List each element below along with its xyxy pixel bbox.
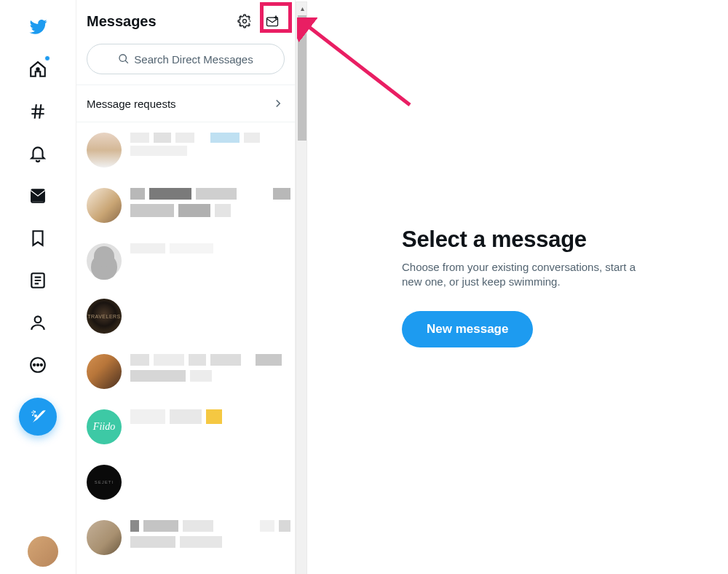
nav-rail — [0, 0, 76, 574]
conversation-preview — [130, 520, 290, 555]
lists-icon[interactable] — [20, 262, 56, 299]
main-subtitle: Choose from your existing conversations,… — [402, 260, 649, 290]
svg-point-5 — [37, 364, 39, 366]
conversation-preview — [130, 299, 285, 334]
messages-header: Messages — [76, 0, 295, 41]
avatar: Fiido — [87, 409, 122, 444]
message-requests[interactable]: Message requests — [76, 84, 295, 122]
avatar — [87, 243, 122, 278]
compose-tweet-button[interactable] — [19, 398, 57, 436]
avatar — [87, 133, 122, 168]
scrollbar[interactable]: ▴ — [296, 1, 307, 574]
header-actions — [232, 9, 285, 34]
bookmarks-icon[interactable] — [20, 220, 56, 256]
conversation-item[interactable] — [76, 178, 295, 233]
explore-icon[interactable] — [20, 93, 56, 130]
search-icon — [118, 53, 130, 65]
more-icon[interactable] — [20, 347, 56, 383]
scroll-thumb[interactable] — [298, 15, 306, 141]
avatar: TRAVELERS — [87, 299, 122, 334]
twitter-logo-icon[interactable] — [20, 9, 56, 45]
conversation-item[interactable] — [76, 510, 295, 565]
conversation-list: TRAVELERS Fiido SEJETI — [76, 122, 295, 574]
svg-point-4 — [33, 364, 35, 366]
svg-point-0 — [36, 68, 39, 70]
search-input[interactable]: Search Direct Messages — [87, 44, 285, 74]
conversation-item[interactable] — [76, 344, 295, 399]
avatar — [87, 354, 122, 389]
svg-point-7 — [33, 412, 34, 413]
avatar — [87, 188, 122, 223]
conversation-item[interactable]: Fiido — [76, 399, 295, 455]
conversation-preview — [130, 133, 285, 168]
avatar — [87, 520, 122, 555]
svg-point-6 — [41, 364, 42, 366]
settings-icon[interactable] — [232, 9, 257, 34]
chevron-right-icon — [272, 97, 285, 110]
profile-icon[interactable] — [20, 304, 56, 341]
messages-column: ▴ Messages Search Direct Messages Messag… — [76, 0, 296, 574]
search-wrap: Search Direct Messages — [76, 41, 295, 84]
conversation-preview — [130, 243, 285, 278]
account-avatar[interactable] — [28, 536, 58, 567]
conversation-item[interactable]: SEJETI — [76, 455, 295, 510]
avatar: SEJETI — [87, 465, 122, 500]
conversation-preview — [130, 354, 285, 389]
notifications-icon[interactable] — [20, 135, 56, 172]
scroll-up-icon[interactable]: ▴ — [296, 2, 308, 14]
conversation-item[interactable] — [76, 122, 295, 178]
svg-point-8 — [243, 20, 247, 23]
notification-dot-icon — [44, 55, 50, 61]
conversation-item[interactable] — [76, 233, 295, 288]
conversation-preview — [130, 409, 285, 444]
conversation-item[interactable]: TRAVELERS — [76, 288, 295, 344]
messages-icon[interactable] — [20, 178, 56, 214]
home-icon[interactable] — [20, 51, 56, 87]
search-placeholder: Search Direct Messages — [134, 53, 253, 66]
conversation-preview — [130, 188, 290, 223]
main-panel: Select a message Choose from your existi… — [296, 0, 728, 574]
messages-title: Messages — [87, 13, 157, 30]
message-requests-label: Message requests — [87, 98, 176, 110]
new-message-button[interactable]: New message — [402, 311, 533, 347]
svg-point-2 — [35, 316, 41, 323]
conversation-preview — [130, 465, 285, 500]
main-title: Select a message — [402, 227, 649, 253]
new-message-icon[interactable] — [260, 9, 285, 34]
